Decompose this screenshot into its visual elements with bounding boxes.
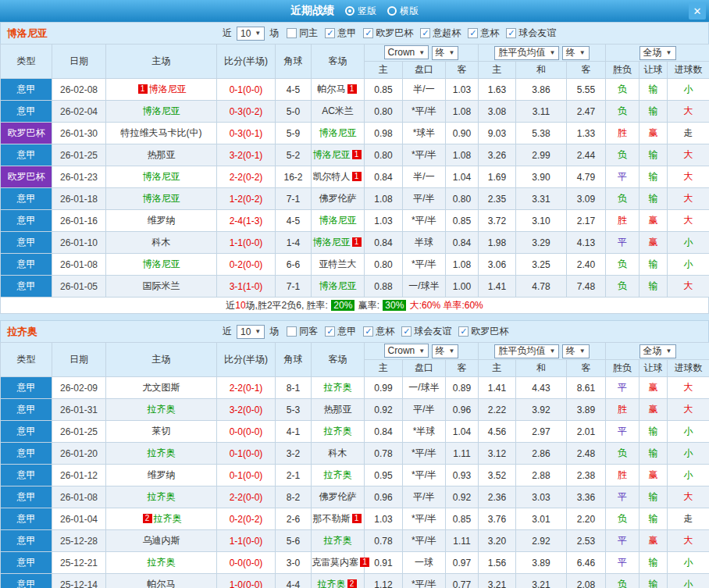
filter-option[interactable]: 意甲	[325, 325, 356, 338]
horizontal-layout-radio[interactable]: 横版	[387, 5, 419, 18]
team-link[interactable]: 拉齐奥	[318, 579, 346, 588]
avg-away-cell: 2.40	[567, 254, 606, 276]
team-link[interactable]: 博洛尼亚	[313, 237, 351, 248]
team-link[interactable]: 拉齐奥	[148, 404, 176, 415]
team-link[interactable]: 拉齐奥	[324, 535, 352, 546]
handicap-cell: 输	[640, 508, 668, 530]
horizontal-layout-label: 横版	[400, 5, 419, 18]
team-link[interactable]: 拉齐奥	[324, 469, 352, 480]
team-link[interactable]: 尤文图斯	[143, 382, 180, 393]
filter-option[interactable]: 球会友谊	[506, 27, 556, 40]
filter-option[interactable]: 意超杯	[420, 27, 461, 40]
team-link[interactable]: 博洛尼亚	[149, 84, 187, 94]
team-link[interactable]: 博洛尼亚	[143, 105, 180, 116]
home-team-cell: 特拉维夫马卡比(中)	[106, 123, 217, 144]
team-link[interactable]: 科木	[152, 237, 171, 248]
odds-source-select[interactable]: Crown▼	[384, 45, 429, 59]
league-cell: 意甲	[1, 232, 52, 254]
avg-source-select[interactable]: 胜平负均值▼	[494, 344, 559, 358]
filter-option-label: 同主	[299, 27, 318, 40]
team-link[interactable]: 特拉维夫马卡比(中)	[121, 127, 202, 138]
avg-final-select[interactable]: 终▼	[562, 46, 590, 60]
vertical-layout-radio[interactable]: 竖版	[345, 5, 376, 18]
team-link[interactable]: 帕尔马	[148, 579, 176, 588]
odds-source-select[interactable]: Crown▼	[384, 344, 429, 358]
avg-final-select[interactable]: 终▼	[562, 344, 590, 358]
goals-cell: 小	[668, 421, 709, 443]
odds-line-cell: 半/一	[403, 166, 446, 188]
team-link[interactable]: 佛罗伦萨	[319, 491, 357, 502]
team-link[interactable]: AC米兰	[322, 105, 354, 116]
scope-select[interactable]: 全场▼	[640, 344, 676, 358]
team-link[interactable]: 拉齐奥	[154, 513, 182, 524]
team-link[interactable]: 博洛尼亚	[319, 215, 357, 226]
checkbox[interactable]	[287, 28, 297, 38]
result-cell: 负	[606, 144, 640, 166]
odds-final-select[interactable]: 终▼	[432, 46, 459, 60]
team-link[interactable]: 博洛尼亚	[143, 171, 180, 182]
team-link[interactable]: 拉齐奥	[324, 382, 352, 393]
team-link[interactable]: 博洛尼亚	[319, 280, 357, 291]
team-link[interactable]: 博洛尼亚	[313, 149, 351, 160]
team-link[interactable]: 博洛尼亚	[143, 258, 180, 269]
filter-option[interactable]: 意杯	[468, 27, 499, 40]
team-link[interactable]: 凯尔特人	[313, 171, 351, 182]
away-team-cell: 拉齐奥	[312, 377, 365, 399]
home-team-cell: 拉齐奥	[106, 486, 217, 508]
close-button[interactable]: ✕	[689, 2, 706, 20]
filter-option[interactable]: 球会友谊	[401, 325, 451, 338]
match-count-select[interactable]: 10▼	[237, 325, 265, 339]
score-cell: 0-2(0-0)	[217, 254, 276, 276]
checkbox[interactable]	[325, 28, 335, 38]
team-link[interactable]: 乌迪内斯	[143, 535, 180, 546]
filter-option-label: 欧罗巴杯	[471, 325, 508, 338]
avg-group-header: 胜平负均值▼ 终▼	[479, 343, 606, 360]
filter-option[interactable]: 欧罗巴杯	[363, 27, 413, 40]
avg-source-select[interactable]: 胜平负均值▼	[494, 46, 559, 60]
match-count-select[interactable]: 10▼	[237, 27, 265, 41]
team-link[interactable]: 莱切	[152, 426, 171, 437]
league-cell: 意甲	[1, 574, 52, 588]
team-link[interactable]: 热那亚	[148, 149, 176, 160]
filter-option[interactable]: 欧罗巴杯	[458, 325, 508, 338]
team-link[interactable]: 帕尔马	[318, 84, 346, 94]
odds-final-select[interactable]: 终▼	[432, 344, 459, 358]
checkbox[interactable]	[506, 28, 516, 38]
checkbox[interactable]	[401, 326, 412, 337]
filter-option[interactable]: 同客	[287, 325, 318, 338]
team-link[interactable]: 博洛尼亚	[319, 127, 357, 138]
team-link[interactable]: 拉齐奥	[148, 491, 176, 502]
team-link[interactable]: 那不勒斯	[313, 513, 351, 524]
chevron-down-icon: ▼	[666, 49, 672, 56]
scope-select[interactable]: 全场▼	[640, 46, 676, 60]
team-link[interactable]: 佛罗伦萨	[319, 193, 357, 204]
team-link[interactable]: 克雷莫内塞	[312, 557, 358, 568]
team-link[interactable]: 维罗纳	[148, 469, 176, 480]
checkbox[interactable]	[287, 326, 297, 337]
checkbox[interactable]	[420, 28, 430, 38]
team-link[interactable]: 国际米兰	[143, 280, 180, 291]
checkbox[interactable]	[325, 326, 335, 337]
result-cell: 平	[606, 486, 640, 508]
col-header-odds-line: 盘口	[403, 62, 446, 79]
avg-draw-cell: 2.99	[516, 144, 567, 166]
odds-away-cell: 1.04	[446, 421, 479, 443]
filter-option[interactable]: 意杯	[363, 325, 394, 338]
team-link[interactable]: 博洛尼亚	[143, 193, 180, 204]
team-link[interactable]: 热那亚	[324, 404, 352, 415]
match-row: 意甲26-01-12维罗纳0-1(0-0)2-1拉齐奥0.95*平/半0.933…	[1, 465, 709, 486]
filter-option[interactable]: 意甲	[325, 27, 356, 40]
team-link[interactable]: 亚特兰大	[319, 258, 357, 269]
checkbox[interactable]	[468, 28, 478, 38]
team-link[interactable]: 拉齐奥	[148, 557, 176, 568]
team-link[interactable]: 拉齐奥	[148, 447, 176, 458]
team-link[interactable]: 维罗纳	[148, 215, 176, 226]
filter-option[interactable]: 同主	[287, 27, 318, 40]
checkbox[interactable]	[458, 326, 469, 337]
avg-away-cell: 2.01	[567, 421, 606, 443]
team-link[interactable]: 拉齐奥	[324, 426, 352, 437]
checkbox[interactable]	[363, 28, 373, 38]
team-link[interactable]: 科木	[329, 447, 347, 458]
odds-final-value: 终	[436, 344, 445, 358]
checkbox[interactable]	[363, 326, 373, 337]
